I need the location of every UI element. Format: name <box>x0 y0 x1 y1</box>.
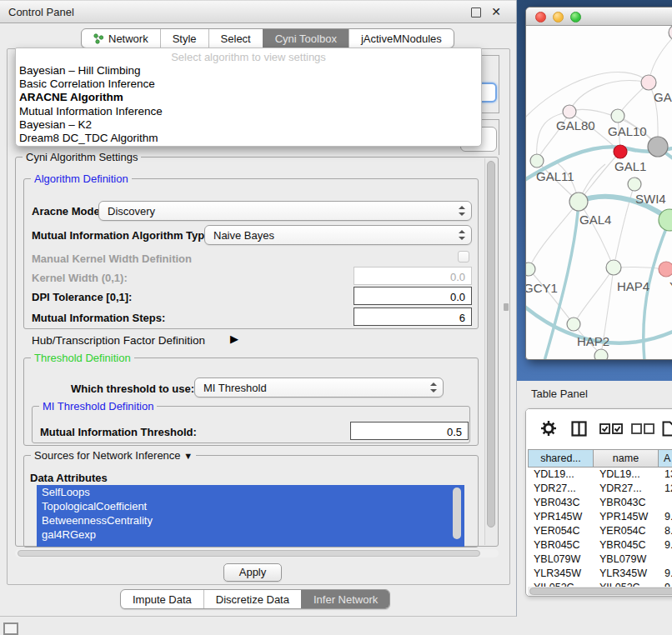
control-panel-tabbar: Network Style Select Cyni Toolbox jActiv… <box>81 28 454 48</box>
list-item[interactable]: BetweennessCentrality <box>37 513 464 528</box>
chevron-right-icon[interactable]: ▶ <box>230 332 238 345</box>
dropdown-item-selected[interactable]: ARACNE Algorithm <box>16 91 481 104</box>
list-item[interactable]: gal4RGexp <box>37 528 464 542</box>
dpi-tolerance-label: DPI Tolerance [0,1]: <box>32 291 132 303</box>
control-panel-title: Control Panel <box>8 6 74 18</box>
network-graph-canvas[interactable]: GAL GAL80 GAL10 GAL1 GAL11 SWI4 GAL4 GCY… <box>526 26 672 360</box>
manual-kernel-width-label: Manual Kernel Width Definition <box>32 252 192 265</box>
dropdown-item[interactable]: Basic Correlation Inference <box>16 78 481 91</box>
dpi-tolerance-field[interactable] <box>354 287 472 305</box>
close-traffic-light-icon[interactable] <box>535 12 546 22</box>
node-label: GAL80 <box>556 118 595 132</box>
apply-button[interactable]: Apply <box>223 563 282 582</box>
mi-steps-field[interactable] <box>354 308 472 326</box>
tab-style[interactable]: Style <box>160 29 208 48</box>
data-attributes-label: Data Attributes <box>30 472 108 484</box>
table-row[interactable]: YER054CYER054C8. <box>528 524 672 538</box>
mi-threshold-label: Mutual Information Threshold: <box>40 426 197 438</box>
columns-icon[interactable] <box>571 421 587 437</box>
node <box>563 105 576 118</box>
splitter-handle[interactable] <box>504 303 509 311</box>
node <box>594 349 608 360</box>
select-all-checkboxes-icon[interactable] <box>599 423 623 434</box>
dropdown-item[interactable]: Bayesian – Hill Climbing <box>16 64 481 78</box>
settings-hscrollbar-thumb[interactable] <box>18 550 480 557</box>
which-threshold-combo[interactable]: MI Threshold <box>194 378 444 398</box>
table-hscrollbar-thumb[interactable] <box>529 588 672 595</box>
inference-groupbox-edge <box>482 55 499 56</box>
data-attributes-list[interactable]: SelfLoops TopologicalCoefficient Between… <box>37 485 464 547</box>
deselect-all-checkboxes-icon[interactable] <box>631 423 654 434</box>
float-panel-icon[interactable] <box>471 8 481 18</box>
table-panel-title: Table Panel <box>531 388 588 400</box>
group-title: Algorithm Definition <box>31 172 132 185</box>
settings-hscrollbar-track[interactable] <box>15 549 499 558</box>
aracne-mode-combo[interactable]: Discovery <box>98 201 472 221</box>
network-node-labels: GAL GAL80 GAL10 GAL1 GAL11 SWI4 GAL4 GCY… <box>526 90 672 348</box>
dropdown-item[interactable]: Mutual Information Inference <box>16 105 481 118</box>
node <box>659 262 672 277</box>
table-row[interactable]: YBR043CYBR043C <box>528 496 672 510</box>
node-label: GAL1 <box>614 159 646 173</box>
mi-algorithm-type-combo[interactable]: Naive Bayes <box>204 225 472 245</box>
column-header-shared-name[interactable]: shared... <box>528 449 594 468</box>
float-window-icon[interactable] <box>3 622 18 635</box>
node <box>641 75 656 90</box>
spinner-arrows-icon <box>429 382 437 392</box>
gear-icon[interactable] <box>541 421 556 436</box>
inference-groupbox-edge <box>482 112 499 113</box>
settings-scrollbar-thumb[interactable] <box>487 161 495 528</box>
tab-network[interactable]: Network <box>82 29 160 48</box>
node-label: HAP2 <box>577 334 609 348</box>
dropdown-placeholder: Select algorithm to view settings <box>16 48 481 64</box>
zoom-traffic-light-icon[interactable] <box>570 12 581 22</box>
table-row[interactable]: YDR27...YDR27...12 <box>528 482 672 496</box>
inference-groupbox-edge <box>499 55 499 113</box>
kernel-width-field[interactable] <box>354 267 472 285</box>
network-desktop: GAL GAL80 GAL10 GAL1 GAL11 SWI4 GAL4 GCY… <box>517 0 672 381</box>
tab-select[interactable]: Select <box>208 29 263 48</box>
minimize-traffic-light-icon[interactable] <box>553 12 564 22</box>
table-row[interactable]: YBR045CYBR045C9. <box>528 538 672 552</box>
node-label: GAL10 <box>608 124 647 138</box>
node <box>628 178 641 191</box>
column-header-partial[interactable]: A <box>659 449 672 468</box>
hub-definition-toggle[interactable]: Hub/Transcription Factor Definition <box>32 334 205 347</box>
tab-discretize-data[interactable]: Discretize Data <box>203 590 301 608</box>
tab-impute-data[interactable]: Impute Data <box>121 590 203 608</box>
node-table-window: shared... name A YDL19...YDL19...13 YDR2… <box>525 408 672 597</box>
document-icon[interactable] <box>662 421 672 437</box>
bottom-tabbar: Impute Data Discretize Data Infer Networ… <box>120 589 390 609</box>
list-scrollbar-thumb[interactable] <box>453 488 461 539</box>
groupbox-edge <box>499 119 499 155</box>
network-view-window[interactable]: GAL GAL80 GAL10 GAL1 GAL11 SWI4 GAL4 GCY… <box>525 7 672 360</box>
chevron-down-icon[interactable]: ▼ <box>183 451 193 461</box>
table-body: YDL19...YDL19...13 YDR27...YDR27...12 YB… <box>528 468 672 595</box>
manual-kernel-width-checkbox[interactable] <box>458 251 469 262</box>
settings-scrollbar-track[interactable] <box>484 158 497 545</box>
table-row[interactable]: YBL079WYBL079W <box>528 552 672 567</box>
dropdown-item[interactable]: Dream8 DC_TDC Algorithm <box>16 132 481 145</box>
tab-infer-network[interactable]: Infer Network <box>301 590 389 608</box>
tab-jactivemnodules[interactable]: jActiveMNodules <box>349 29 454 48</box>
node-gal1-selected <box>614 145 627 158</box>
tab-label: Network <box>108 32 148 45</box>
mi-threshold-field[interactable] <box>350 422 469 440</box>
spinner-arrows-icon <box>458 230 465 240</box>
table-hscrollbar-track[interactable] <box>528 587 672 596</box>
column-header-name[interactable]: name <box>594 449 659 468</box>
table-row[interactable]: YPR145WYPR145W9. <box>528 510 672 524</box>
node <box>569 192 588 211</box>
node <box>669 26 672 40</box>
table-row[interactable]: YLR345WYLR345W9. <box>528 567 672 581</box>
dropdown-item[interactable]: Bayesian – K2 <box>16 118 481 132</box>
spinner-arrows-icon <box>458 206 465 216</box>
close-icon[interactable]: ✕ <box>491 5 501 18</box>
list-item[interactable]: TopologicalCoefficient <box>37 499 464 513</box>
table-row[interactable]: YDL19...YDL19...13 <box>528 468 672 482</box>
list-item[interactable]: SelfLoops <box>37 485 464 499</box>
table-panel-area: Table Panel <box>517 381 672 635</box>
node <box>567 318 580 331</box>
tab-cyni-toolbox[interactable]: Cyni Toolbox <box>263 29 349 48</box>
network-window-titlebar[interactable] <box>526 8 672 26</box>
